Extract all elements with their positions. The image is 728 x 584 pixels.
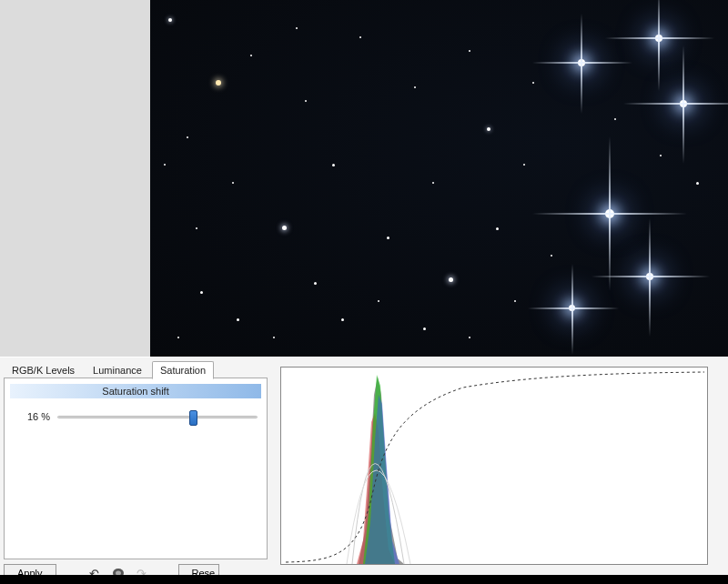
saturation-tab-content: Saturation shift 16 %	[4, 378, 268, 559]
saturation-header: Saturation shift	[10, 384, 261, 398]
tone-curve	[286, 372, 704, 562]
controls-panel: RGB/K Levels Luminance Saturation Satura…	[0, 357, 728, 584]
saturation-slider-thumb[interactable]	[189, 410, 197, 426]
saturation-slider[interactable]	[57, 416, 258, 418]
bottom-black-strip	[0, 575, 728, 584]
histogram-chart[interactable]	[280, 367, 708, 565]
tab-luminance[interactable]: Luminance	[85, 361, 150, 379]
astro-image[interactable]	[150, 0, 728, 357]
saturation-value: 16 %	[14, 411, 50, 422]
tab-saturation[interactable]: Saturation	[152, 361, 214, 379]
image-viewport	[0, 0, 728, 357]
saturation-slider-row: 16 %	[10, 411, 261, 422]
tab-rgbk-levels[interactable]: RGB/K Levels	[4, 361, 83, 379]
